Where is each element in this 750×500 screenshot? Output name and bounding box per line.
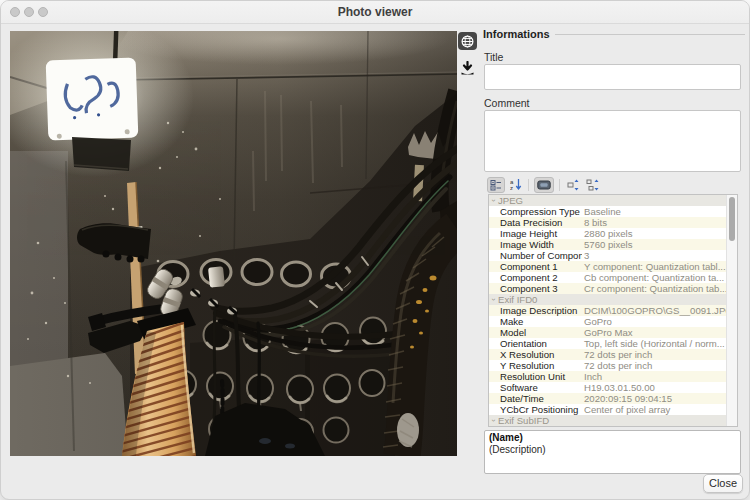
metadata-row[interactable]: MakeGoPro <box>489 316 726 327</box>
metadata-key: X Resolution <box>489 349 582 360</box>
tag-filter-icon <box>537 180 551 190</box>
minimize-window-button[interactable] <box>24 7 34 17</box>
metadata-value: Y component: Quantization tabl... <box>582 261 726 272</box>
tag-description: (Description) <box>489 444 736 456</box>
photo-viewer-window: Photo viewer <box>0 0 750 500</box>
metadata-value: 3 <box>582 250 726 261</box>
collapse-rows-button[interactable] <box>584 177 600 193</box>
globe-button[interactable] <box>458 32 477 50</box>
metadata-row[interactable]: ModelGoPro Max <box>489 327 726 338</box>
metadata-value: GoPro <box>582 316 726 327</box>
metadata-value: Center of pixel array <box>582 404 726 415</box>
metadata-value: 2880 pixels <box>582 228 726 239</box>
photo-image <box>10 31 457 456</box>
comment-label: Comment <box>484 97 530 109</box>
metadata-group-name: JPEG <box>498 195 523 206</box>
metadata-key: Y Resolution <box>489 360 582 371</box>
metadata-key: Compression Type <box>489 206 582 217</box>
metadata-row[interactable]: Image Width5760 pixels <box>489 239 726 250</box>
metadata-value: Baseline <box>582 206 726 217</box>
metadata-key: Component 2 <box>489 272 582 283</box>
informations-header: Informations <box>483 28 550 40</box>
table-scrollbar[interactable] <box>726 195 737 426</box>
chevron-down-icon: › <box>489 196 499 205</box>
metadata-row[interactable]: Resolution UnitInch <box>489 371 726 382</box>
metadata-table[interactable]: ›JPEGCompression TypeBaselineData Precis… <box>488 194 738 427</box>
metadata-toolbar: a z <box>487 176 600 193</box>
metadata-group-header[interactable]: ›Exif SubIFD <box>489 415 726 426</box>
metadata-key: Image Description <box>489 305 582 316</box>
metadata-row[interactable]: Number of Components3 <box>489 250 726 261</box>
close-button[interactable]: Close <box>703 474 743 493</box>
metadata-row[interactable]: SoftwareH19.03.01.50.00 <box>489 382 726 393</box>
title-bar: Photo viewer <box>1 1 749 24</box>
metadata-key: Image Height <box>489 228 582 239</box>
metadata-value: Cb component: Quantization ta... <box>582 272 726 283</box>
tag-description-box: (Name) (Description) <box>484 430 741 474</box>
metadata-value: f/2.8 <box>582 426 726 427</box>
tree-view-button[interactable] <box>487 177 505 193</box>
metadata-row[interactable]: Data Precision8 bits <box>489 217 726 228</box>
metadata-key: Resolution Unit <box>489 371 582 382</box>
expand-rows-button[interactable] <box>565 177 581 193</box>
metadata-row[interactable]: Component 2Cb component: Quantization ta… <box>489 272 726 283</box>
metadata-key: Image Width <box>489 239 582 250</box>
metadata-key: Software <box>489 382 582 393</box>
metadata-group-name: Exif IFD0 <box>498 294 537 305</box>
metadata-group-name: Exif SubIFD <box>498 415 549 426</box>
metadata-row[interactable]: Image Height2880 pixels <box>489 228 726 239</box>
download-button[interactable] <box>458 59 477 77</box>
metadata-row[interactable]: Date/Time2020:09:15 09:04:15 <box>489 393 726 404</box>
metadata-key: Make <box>489 316 582 327</box>
metadata-value: 72 dots per inch <box>582 360 726 371</box>
expand-rows-icon <box>567 179 580 191</box>
metadata-value: 8 bits <box>582 217 726 228</box>
metadata-key: YCbCr Positioning <box>489 404 582 415</box>
toolbar-separator <box>528 179 529 191</box>
metadata-value: Top, left side (Horizontal / norm... <box>582 338 726 349</box>
metadata-key: Date/Time <box>489 393 582 404</box>
metadata-row[interactable]: Y Resolution72 dots per inch <box>489 360 726 371</box>
metadata-value: DCIM\100GOPRO\GS__0091.JPG <box>582 305 726 316</box>
metadata-group-header[interactable]: ›Exif IFD0 <box>489 294 726 305</box>
svg-text:a: a <box>510 179 514 185</box>
metadata-value: Cr component: Quantization tab... <box>582 283 726 294</box>
metadata-key: Component 3 <box>489 283 582 294</box>
chevron-down-icon: › <box>489 416 499 425</box>
metadata-row[interactable]: OrientationTop, left side (Horizontal / … <box>489 338 726 349</box>
title-input[interactable] <box>484 64 741 90</box>
download-icon <box>460 61 475 76</box>
sort-alphabetical-icon: a z <box>510 178 522 191</box>
close-window-button[interactable] <box>10 7 20 17</box>
simplified-view-button[interactable] <box>534 177 554 193</box>
metadata-value: Inch <box>582 371 726 382</box>
metadata-group-header[interactable]: ›JPEG <box>489 195 726 206</box>
metadata-key: Orientation <box>489 338 582 349</box>
metadata-value: GoPro Max <box>582 327 726 338</box>
sort-button[interactable]: a z <box>508 177 523 193</box>
metadata-value: 72 dots per inch <box>582 349 726 360</box>
metadata-row[interactable]: YCbCr PositioningCenter of pixel array <box>489 404 726 415</box>
chevron-down-icon: › <box>489 295 499 304</box>
collapse-rows-icon <box>586 179 599 191</box>
metadata-rows: ›JPEGCompression TypeBaselineData Precis… <box>489 195 726 427</box>
title-label: Title <box>484 51 503 63</box>
metadata-row[interactable]: Component 3Cr component: Quantization ta… <box>489 283 726 294</box>
metadata-row[interactable]: Image DescriptionDCIM\100GOPRO\GS__0091.… <box>489 305 726 316</box>
metadata-row[interactable]: F-Numberf/2.8 <box>489 426 726 427</box>
metadata-row[interactable]: X Resolution72 dots per inch <box>489 349 726 360</box>
metadata-row[interactable]: Component 1Y component: Quantization tab… <box>489 261 726 272</box>
globe-icon <box>461 35 474 48</box>
informations-divider <box>555 34 745 35</box>
tree-view-icon <box>490 179 502 191</box>
comment-textarea[interactable] <box>484 110 741 172</box>
metadata-key: Component 1 <box>489 261 582 272</box>
metadata-key: Model <box>489 327 582 338</box>
metadata-row[interactable]: Compression TypeBaseline <box>489 206 726 217</box>
metadata-key: F-Number <box>489 426 582 427</box>
metadata-value: H19.03.01.50.00 <box>582 382 726 393</box>
svg-text:z: z <box>510 185 513 191</box>
metadata-value: 2020:09:15 09:04:15 <box>582 393 726 404</box>
zoom-window-button[interactable] <box>38 7 48 17</box>
table-scrollbar-thumb[interactable] <box>729 197 735 241</box>
